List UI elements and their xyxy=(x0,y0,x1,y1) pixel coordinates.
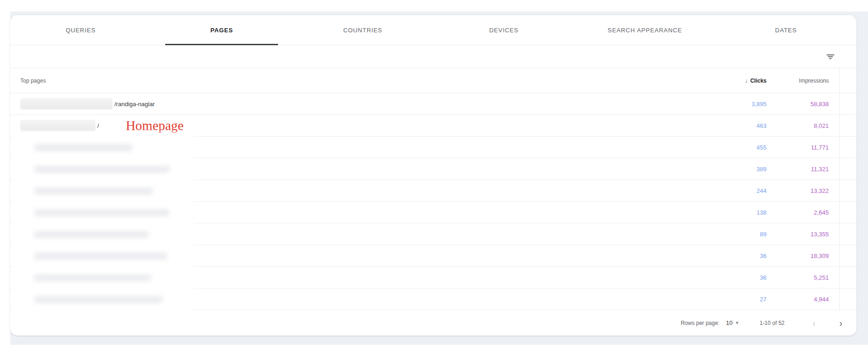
clicks-value: 36 xyxy=(702,274,767,281)
top-pages-column-header[interactable]: Top pages xyxy=(20,78,702,84)
dimension-tab-bar: QUERIES PAGES COUNTRIES DEVICES SEARCH A… xyxy=(10,15,856,45)
sort-descending-icon: ↓ xyxy=(745,77,748,84)
redacted-url-blur xyxy=(20,98,113,109)
impressions-value: 8,021 xyxy=(767,122,829,129)
filter-funnel-icon[interactable] xyxy=(824,52,837,62)
clicks-value: 27 xyxy=(702,296,767,303)
rows-per-page-value: 10 xyxy=(726,319,732,326)
dropdown-caret-icon: ▾ xyxy=(736,320,738,326)
impressions-value: 11,771 xyxy=(767,144,829,151)
table-row[interactable]: / Homepage 463 8,021 xyxy=(10,115,856,137)
tab-queries[interactable]: QUERIES xyxy=(10,15,151,45)
impressions-column-header[interactable]: Impressions xyxy=(767,78,829,84)
redacted-urls-blur-region xyxy=(16,137,191,311)
impressions-value: 13,322 xyxy=(767,187,829,194)
tab-dates[interactable]: DATES xyxy=(715,15,856,45)
clicks-value: 3,895 xyxy=(702,101,767,108)
impressions-value: 58,838 xyxy=(767,101,829,108)
clicks-value: 455 xyxy=(702,144,767,151)
homepage-annotation: Homepage xyxy=(126,119,184,132)
impressions-value: 4,944 xyxy=(767,296,829,303)
performance-table-card: QUERIES PAGES COUNTRIES DEVICES SEARCH A… xyxy=(10,15,856,336)
rows-per-page-select[interactable]: 10 ▾ xyxy=(726,319,738,326)
clicks-value: 138 xyxy=(702,209,767,216)
impressions-value: 5,251 xyxy=(767,274,829,281)
page-url: / xyxy=(97,122,99,129)
redacted-url-blur xyxy=(20,120,95,131)
pagination-bar: Rows per page: 10 ▾ 1-10 of 52 ‹ › xyxy=(10,310,856,336)
clicks-value: 244 xyxy=(702,187,767,194)
clicks-column-header[interactable]: ↓Clicks xyxy=(702,77,767,84)
table-header-row: Top pages ↓Clicks Impressions xyxy=(10,68,856,93)
impressions-value: 18,309 xyxy=(767,252,829,259)
pagination-range-label: 1-10 of 52 xyxy=(760,320,785,326)
clicks-value: 389 xyxy=(702,166,767,173)
clicks-header-label: Clicks xyxy=(750,78,767,84)
clicks-value: 463 xyxy=(702,122,767,129)
previous-page-button[interactable]: ‹ xyxy=(809,318,820,329)
table-body: /randiga-naglar 3,895 58,838 / Homepage … xyxy=(10,93,856,310)
clicks-value: 89 xyxy=(702,231,767,238)
tab-search-appearance[interactable]: SEARCH APPEARANCE xyxy=(574,15,715,45)
next-page-button[interactable]: › xyxy=(835,318,846,329)
impressions-value: 13,355 xyxy=(767,231,829,238)
tab-pages[interactable]: PAGES xyxy=(151,15,292,45)
page-url: /randiga-naglar xyxy=(114,101,155,108)
impressions-value: 2,645 xyxy=(767,209,829,216)
tab-countries[interactable]: COUNTRIES xyxy=(292,15,434,45)
clicks-value: 36 xyxy=(702,252,767,259)
table-row[interactable]: /randiga-naglar 3,895 58,838 xyxy=(10,93,856,115)
table-scroll-gutter-divider xyxy=(839,68,840,310)
rows-per-page-label: Rows per page: xyxy=(681,320,719,326)
impressions-value: 11,321 xyxy=(767,166,829,173)
tab-devices[interactable]: DEVICES xyxy=(433,15,574,45)
filter-bar xyxy=(10,45,856,68)
